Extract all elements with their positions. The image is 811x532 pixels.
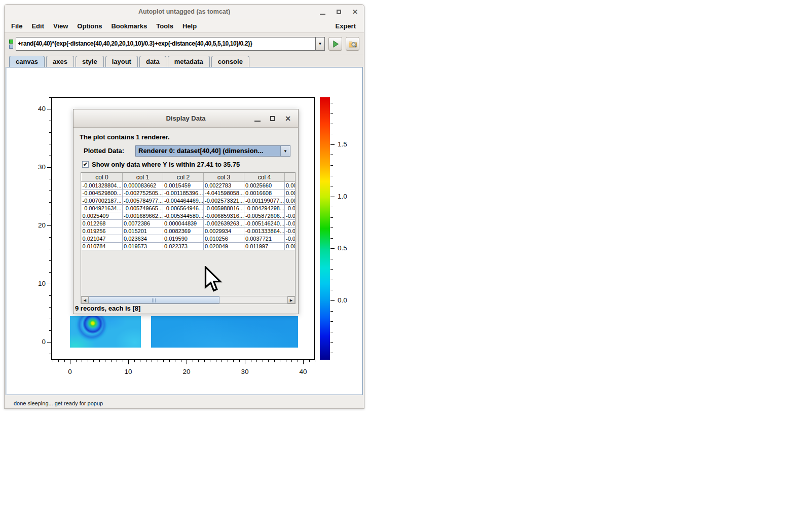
tab-data[interactable]: data — [139, 56, 166, 67]
table-cell[interactable]: -0.007002187... — [82, 197, 123, 205]
table-cell[interactable]: -0.004464469... — [163, 197, 204, 205]
minimize-icon[interactable] — [320, 14, 325, 15]
column-header[interactable]: col 4 — [244, 173, 285, 182]
table-cell[interactable]: 0.019256 — [82, 227, 123, 235]
dialog-close-icon[interactable]: ✕ — [285, 115, 291, 123]
table-cell[interactable]: -0.001185396... — [163, 189, 204, 197]
table-cell[interactable]: 0.011997 — [244, 243, 285, 250]
table-cell[interactable]: -0.006564946... — [163, 205, 204, 212]
table-cell[interactable]: -0.004529800... — [82, 189, 123, 197]
table-cell[interactable]: 0.0082369 — [163, 227, 204, 235]
table-cell[interactable]: 0.0072386 — [123, 220, 163, 227]
table-cell[interactable]: -0.00 — [285, 220, 296, 227]
horizontal-scrollbar[interactable]: ◀ ▶ — [81, 296, 295, 303]
tab-canvas[interactable]: canvas — [9, 56, 45, 67]
column-header[interactable]: col 1 — [123, 173, 163, 182]
table-cell[interactable]: 0.010784 — [82, 243, 123, 250]
table-cell[interactable]: 0.022373 — [163, 243, 204, 250]
table-cell[interactable]: 0.0015459 — [163, 182, 204, 189]
table-row[interactable]: -0.007002187...-0.005784977...-0.0044644… — [82, 197, 296, 205]
table-cell[interactable]: -0.001689662... — [123, 212, 163, 220]
table-cell[interactable]: -0.002639263... — [204, 220, 244, 227]
table-cell[interactable]: 0.021047 — [82, 235, 123, 243]
table-cell[interactable]: 0.0025409 — [82, 212, 123, 220]
close-icon[interactable]: ✕ — [352, 5, 358, 19]
table-cell[interactable]: -0.002573321... — [204, 197, 244, 205]
table-row[interactable]: 0.0122680.00723860.000044839-0.002639263… — [82, 220, 296, 227]
dialog-title-bar[interactable]: Display Data ✕ — [73, 109, 298, 128]
table-cell[interactable]: -0.005146240... — [244, 220, 285, 227]
table-cell[interactable]: -0.001328804... — [82, 182, 123, 189]
table-cell[interactable]: 0.00 — [285, 189, 296, 197]
table-cell[interactable]: -0.006859316... — [204, 212, 244, 220]
tab-layout[interactable]: layout — [105, 56, 138, 67]
table-row[interactable]: 0.0025409-0.001689662...-0.005344580...-… — [82, 212, 296, 220]
table-cell[interactable]: 0.0025660 — [244, 182, 285, 189]
plotted-data-combobox[interactable]: Renderer 0: dataset[40,40] (dimension...… — [135, 145, 290, 157]
menu-edit[interactable]: Edit — [27, 19, 49, 33]
menu-help[interactable]: Help — [178, 19, 201, 33]
tab-style[interactable]: style — [76, 56, 104, 67]
table-cell[interactable]: 0.019573 — [123, 243, 163, 250]
table-cell[interactable]: -0.00 — [285, 235, 296, 243]
table-cell[interactable]: -0.005988016... — [204, 205, 244, 212]
table-cell[interactable]: -4.041598058... — [204, 189, 244, 197]
inspect-button[interactable] — [346, 37, 359, 51]
table-cell[interactable]: 0.000044839 — [163, 220, 204, 227]
table-cell[interactable]: -0.004294298... — [244, 205, 285, 212]
column-header[interactable]: col 0 — [82, 173, 123, 182]
table-cell[interactable]: -0.001199077... — [244, 197, 285, 205]
dialog-minimize-icon[interactable] — [254, 121, 261, 122]
table-cell[interactable]: -0.005784977... — [123, 197, 163, 205]
tab-metadata[interactable]: metadata — [168, 56, 210, 67]
menu-bookmarks[interactable]: Bookmarks — [106, 19, 152, 33]
table-row[interactable]: 0.0210470.0236340.0195900.0102560.003772… — [82, 235, 296, 243]
dialog-maximize-icon[interactable] — [270, 116, 275, 121]
column-header[interactable] — [285, 173, 296, 182]
uri-dropdown-button[interactable]: ▼ — [315, 37, 325, 51]
scroll-right-icon[interactable]: ▶ — [287, 296, 295, 303]
table-cell[interactable]: 0.0037721 — [244, 235, 285, 243]
expert-label[interactable]: Expert — [329, 22, 362, 30]
table-cell[interactable]: -0.00 — [285, 227, 296, 235]
table-cell[interactable]: 0.020049 — [204, 243, 244, 250]
table-row[interactable]: 0.0107840.0195730.0223730.0200490.011997… — [82, 243, 296, 250]
scrollbar-thumb[interactable] — [89, 296, 219, 303]
table-cell[interactable]: 0.00 — [285, 182, 296, 189]
table-cell[interactable]: -0.005872606... — [244, 212, 285, 220]
menu-view[interactable]: View — [49, 19, 72, 33]
table-row[interactable]: -0.001328804...0.0000836620.00154590.002… — [82, 182, 296, 189]
table-cell[interactable]: 0.012268 — [82, 220, 123, 227]
table-cell[interactable]: -0.005749665... — [123, 205, 163, 212]
table-cell[interactable]: 0.00 — [285, 243, 296, 250]
table-cell[interactable]: -0.001333864... — [244, 227, 285, 235]
menu-file[interactable]: File — [7, 19, 27, 33]
maximize-icon[interactable] — [337, 10, 341, 14]
table-cell[interactable]: 0.0029934 — [204, 227, 244, 235]
table-cell[interactable]: 0.0016608 — [244, 189, 285, 197]
table-cell[interactable]: 0.015201 — [123, 227, 163, 235]
tab-axes[interactable]: axes — [46, 56, 74, 67]
table-cell[interactable]: 0.00 — [285, 197, 296, 205]
table-cell[interactable]: 0.010256 — [204, 235, 244, 243]
table-cell[interactable]: -0.00 — [285, 205, 296, 212]
scroll-left-icon[interactable]: ◀ — [81, 296, 89, 303]
table-row[interactable]: -0.004921634...-0.005749665...-0.0065649… — [82, 205, 296, 212]
table-cell[interactable]: -0.004921634... — [82, 205, 123, 212]
table-cell[interactable]: 0.023634 — [123, 235, 163, 243]
title-bar[interactable]: Autoplot untagged (as tomcat) ✕ — [5, 5, 364, 19]
table-cell[interactable]: -0.005344580... — [163, 212, 204, 220]
column-header[interactable]: col 3 — [204, 173, 244, 182]
table-row[interactable]: -0.004529800...-0.002752505...-0.0011853… — [82, 189, 296, 197]
column-header[interactable]: col 2 — [163, 173, 204, 182]
table-cell[interactable]: 0.0022783 — [204, 182, 244, 189]
combobox-arrow-icon[interactable]: ▼ — [280, 146, 290, 156]
table-cell[interactable]: -0.002752505... — [123, 189, 163, 197]
uri-input[interactable]: +rand{40,40}*{exp{-distance{40,40,20,20,… — [16, 37, 315, 51]
table-row[interactable]: 0.0192560.0152010.00823690.0029934-0.001… — [82, 227, 296, 235]
menu-options[interactable]: Options — [72, 19, 106, 33]
menu-tools[interactable]: Tools — [152, 19, 178, 33]
go-button[interactable] — [328, 37, 342, 51]
plot-canvas[interactable]: 4030201000102030401.51.00.50.0 Display D… — [6, 67, 363, 395]
tab-console[interactable]: console — [211, 56, 249, 67]
